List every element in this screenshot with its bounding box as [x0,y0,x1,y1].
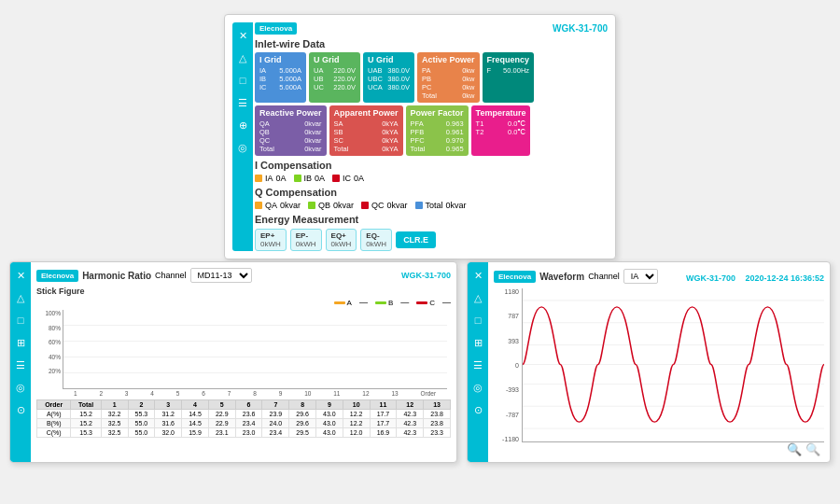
temp-t1: T10.0℃ [476,119,526,128]
y-neg393: -393 [494,386,519,393]
h-grid-icon[interactable]: ⊞ [12,334,29,351]
th-1: 1 [101,400,128,410]
waveform-title: Waveform [539,272,584,282]
th-4: 4 [182,400,209,410]
comp-total-value: 0kvar [446,201,467,210]
legend-a-dot [334,301,345,304]
h-square-icon[interactable]: □ [12,312,29,329]
waveform-panel: ✕ △ □ ⊞ ☰ ◎ ⊙ Elecnova Waveform Channel … [467,261,831,463]
harmonic-device-id: WGK-31-700 [401,271,451,280]
comp-ic-label: IC [343,174,351,183]
active-power-pa: PA0kw [422,66,475,75]
i-compensation-title: I Compensation [255,160,608,171]
waveform-channel-select[interactable]: IA [623,269,658,284]
u-grid1-card: U Grid UA220.0V UB220.0V UC220.0V [309,52,360,103]
q-compensation-row: QA 0kvar QB 0kvar QC 0kvar Total 0kvar [255,201,608,210]
h-info-icon[interactable]: ⊙ [12,401,29,418]
h-triangle-icon[interactable]: △ [12,289,29,306]
u-grid1-ua: UA220.0V [314,66,356,75]
clr-e-button[interactable]: CLR.E [396,231,436,248]
harmonic-brand: Elecnova [36,270,78,282]
circle-icon[interactable]: ◎ [234,139,251,156]
legend-a: A [334,298,352,307]
zoom-out-button[interactable]: 🔍 [805,442,820,456]
comp-qb-label: QB [318,201,330,210]
th-8: 8 [289,400,316,410]
row-c-label: C(%) [37,428,71,438]
waveform-content: Elecnova Waveform Channel IA WGK-31-700 … [488,262,830,462]
bar-chart-area [63,310,447,389]
th-7: 7 [262,400,289,410]
waveform-area: 1180 787 393 0 -393 -787 -1180 [494,288,824,442]
legend-b-label: B [388,299,393,307]
data-row-2: Reactive Power QA0kvar QB0kvar QC0kvar T… [255,105,608,156]
table-row-a: A(%) 15.232.255.3 31.214.522.9 23.623.92… [37,410,451,419]
comp-total-dot [415,202,423,209]
y-1180: 1180 [494,288,519,295]
table-header-row: Order Total 1 2 3 4 5 6 7 8 9 10 11 12 [37,400,451,410]
w-triangle-icon[interactable]: △ [469,289,486,306]
comp-ic-dot [332,175,340,182]
w-list-icon[interactable]: ☰ [469,357,486,373]
frequency-f: F50.00Hz [487,66,530,75]
comp-qb-value: 0kvar [333,201,354,210]
y-80: 80% [36,325,61,331]
close-icon[interactable]: ✕ [234,27,251,44]
harmonic-channel-select[interactable]: MD11-13 [190,268,252,283]
pf-total: Total0.965 [411,145,464,153]
th-11: 11 [370,400,397,410]
zoom-controls: 🔍 🔍 [494,442,824,458]
waveform-sidebar: ✕ △ □ ⊞ ☰ ◎ ⊙ [468,262,488,462]
chart-legend: A — B — C — [36,298,451,307]
reactive-qb: QB0kvar [259,128,322,136]
inlet-section-title: Inlet-wire Data [255,38,608,49]
h-close-icon[interactable]: ✕ [12,267,29,284]
reactive-total: Total0kvar [259,145,322,153]
legend-b-dot [375,301,386,304]
i-grid-ic: IC5.000A [259,83,301,91]
waveform-y-labels: 1180 787 393 0 -393 -787 -1180 [494,288,522,442]
temperature-title: Temperature [476,108,526,118]
i-grid-ia: IA5.000A [259,66,301,75]
zoom-in-button[interactable]: 🔍 [787,442,802,456]
triangle-icon[interactable]: △ [234,49,251,66]
w-info-icon[interactable]: ⊙ [469,401,486,418]
w-square-icon[interactable]: □ [469,312,486,329]
square-icon[interactable]: □ [234,72,251,89]
th-3: 3 [155,400,182,410]
energy-row: EP+ 0kWH EP- 0kWH EQ+ 0kWH EQ- 0kWH CLR.… [255,229,608,251]
comp-qc-dot [361,202,369,209]
ep-minus-title: EP- [296,231,308,240]
ep-plus-title: EP+ [260,231,274,240]
top-sidebar: ✕ △ □ ☰ ⊕ ◎ [232,22,253,251]
w-circle-icon[interactable]: ◎ [469,379,486,396]
h-list-icon[interactable]: ☰ [12,357,29,373]
legend-c: C [416,298,435,307]
ep-minus-val: 0kWH [296,240,316,248]
w-grid-icon[interactable]: ⊞ [469,334,486,351]
y-axis-labels: 100% 80% 60% 40% 20% [36,310,61,383]
y-787: 787 [494,313,519,319]
comp-ib: IB 0A [294,174,326,183]
y-100: 100% [36,310,61,316]
frequency-card: Frequency F50.00Hz [483,52,535,103]
y-40: 40% [36,354,61,360]
table-row-b: B(%) 15.232.555.0 31.614.522.9 23.424.02… [37,419,451,428]
th-12: 12 [397,400,424,410]
legend-dash2: — [400,298,409,307]
comp-ic: IC 0A [332,174,364,183]
brand-logo: Elecnova [255,22,297,35]
bottom-row: ✕ △ □ ⊞ ☰ ◎ ⊙ Elecnova Harmonic Ratio Ch… [9,261,831,463]
h-circle-icon[interactable]: ◎ [12,379,29,396]
w-close-icon[interactable]: ✕ [469,267,486,284]
waveform-brand: Elecnova [494,271,536,283]
legend-a-label: A [347,299,352,307]
comp-qa-value: 0kvar [280,201,301,210]
eq-minus-card: EQ- 0kWH [360,229,392,251]
plus-circle-icon[interactable]: ⊕ [234,117,251,133]
comp-qb: QB 0kvar [308,201,354,210]
active-power-pc: PC0kw [422,83,475,91]
list-icon[interactable]: ☰ [234,94,251,111]
device-id-top: WGK-31-700 [553,23,608,34]
harmonic-panel: ✕ △ □ ⊞ ☰ ◎ ⊙ Elecnova Harmonic Ratio Ch… [9,261,457,463]
